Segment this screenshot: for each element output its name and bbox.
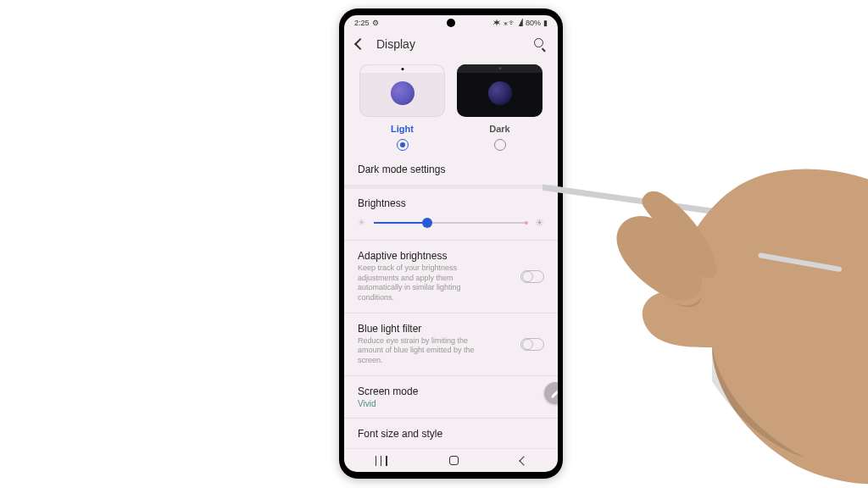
brightness-low-icon: ☀	[358, 219, 365, 227]
status-battery: 80%	[526, 19, 541, 27]
nav-back-icon[interactable]	[519, 456, 528, 465]
brightness-high-icon: ☀	[535, 218, 544, 228]
blue-light-title: Blue light filter	[358, 323, 520, 335]
theme-option-dark[interactable]: Dark	[457, 64, 542, 151]
pencil-icon	[550, 388, 559, 399]
brightness-slider-max-dot	[525, 221, 528, 225]
font-title: Font size and style	[358, 428, 544, 440]
brightness-slider-thumb[interactable]	[422, 218, 432, 228]
brightness-section: Brightness ☀ ☀	[344, 189, 558, 240]
blue-light-sub: Reduce eye strain by limiting the amount…	[358, 336, 493, 366]
status-time: 2:25	[354, 19, 370, 27]
theme-label-light: Light	[391, 124, 414, 134]
theme-selector: Light Dark	[344, 59, 558, 154]
hand-with-stylus	[542, 127, 868, 488]
brightness-label: Brightness	[358, 197, 544, 209]
screen-mode-value: Vivid	[358, 399, 544, 408]
radio-light[interactable]	[397, 139, 409, 151]
font-item[interactable]: Font size and style	[344, 419, 558, 448]
radio-dark[interactable]	[494, 139, 506, 151]
blue-light-toggle[interactable]	[520, 338, 544, 351]
screen: 2:25 ⚙ ✶ ⁎ ᯤ ◢ 80% ▮ Display L	[344, 15, 558, 472]
dark-mode-settings-label: Dark mode settings	[358, 164, 544, 175]
status-indicators: ✶ ⁎ ᯤ ◢	[493, 19, 523, 27]
svg-point-0	[610, 250, 729, 343]
theme-label-dark: Dark	[489, 124, 509, 134]
theme-thumbnail-dark	[457, 64, 542, 117]
adaptive-brightness-toggle[interactable]	[520, 270, 544, 283]
back-icon[interactable]	[354, 38, 366, 50]
svg-rect-4	[758, 252, 843, 272]
settings-content: Light Dark Dark mode settings Brightnes	[344, 59, 558, 448]
brightness-slider[interactable]	[374, 222, 526, 224]
adaptive-brightness-sub: Keep track of your brightness adjustment…	[358, 263, 493, 303]
theme-option-light[interactable]: Light	[359, 64, 445, 151]
svg-rect-1	[542, 180, 735, 218]
front-camera-cutout	[447, 19, 455, 27]
battery-icon: ▮	[543, 19, 548, 27]
page-title: Display	[376, 37, 534, 51]
dark-mode-settings-item[interactable]: Dark mode settings	[344, 154, 558, 185]
page-header: Display	[344, 29, 558, 59]
adaptive-brightness-item[interactable]: Adaptive brightness Keep track of your b…	[344, 241, 558, 313]
theme-thumbnail-light	[359, 64, 445, 117]
nav-recents-icon[interactable]	[376, 456, 387, 466]
adaptive-brightness-title: Adaptive brightness	[358, 250, 520, 262]
search-icon[interactable]	[534, 38, 546, 50]
screen-mode-item[interactable]: Screen mode Vivid	[344, 376, 558, 418]
status-notif-icon: ⚙	[372, 19, 379, 27]
nav-home-icon[interactable]	[449, 456, 459, 465]
blue-light-filter-item[interactable]: Blue light filter Reduce eye strain by l…	[344, 313, 558, 375]
screen-mode-title: Screen mode	[358, 385, 544, 397]
phone-frame: 2:25 ⚙ ✶ ⁎ ᯤ ◢ 80% ▮ Display L	[339, 8, 563, 479]
android-nav-bar	[344, 448, 558, 472]
